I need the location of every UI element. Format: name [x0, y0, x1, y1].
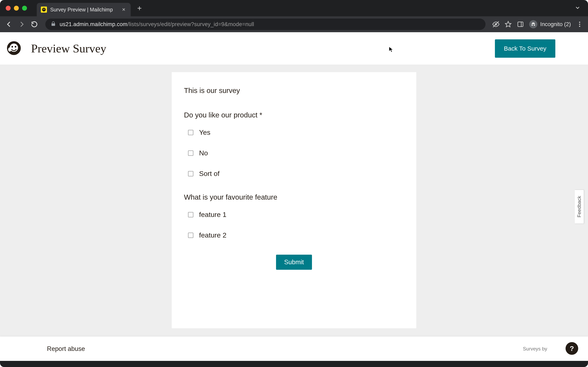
svg-marker-5 [505, 21, 511, 27]
back-button[interactable] [5, 20, 13, 28]
option-row[interactable]: No [184, 146, 404, 160]
survey-card: This is our survey Do you like our produ… [172, 72, 416, 328]
svg-point-8 [579, 22, 580, 23]
option-label: feature 2 [199, 231, 226, 239]
option-row[interactable]: feature 2 [184, 228, 404, 242]
svg-point-2 [44, 9, 45, 9]
new-tab-button[interactable]: + [137, 4, 142, 12]
incognito-icon [529, 20, 537, 28]
survey-question: What is your favourite featurefeature 1f… [184, 193, 404, 242]
svg-point-1 [43, 9, 44, 9]
app-header: Preview Survey Back To Survey [0, 32, 588, 65]
mailchimp-favicon-icon [41, 7, 47, 13]
question-text: What is your favourite feature [184, 193, 404, 201]
option-label: No [199, 149, 208, 157]
window-close-button[interactable] [6, 6, 11, 11]
window-zoom-button[interactable] [22, 6, 27, 11]
kebab-menu-icon[interactable] [576, 21, 583, 28]
option-label: feature 1 [199, 211, 226, 218]
panel-icon[interactable] [517, 21, 524, 28]
surveys-by-label: Surveys by [523, 346, 547, 352]
help-fab-button[interactable]: ? [566, 342, 578, 355]
tab-strip: Survey Preview | Mailchimp × + [0, 0, 588, 16]
question-text: Do you like our product * [184, 111, 404, 119]
svg-point-13 [11, 46, 13, 48]
svg-point-10 [579, 26, 580, 27]
toolbar-right-icons: Incognito (2) [493, 20, 583, 28]
tabs-dropdown-button[interactable] [575, 5, 581, 12]
browser-tab[interactable]: Survey Preview | Mailchimp × [37, 3, 131, 16]
url-path: /lists/surveys/edit/preview?survey_id=9&… [127, 21, 254, 27]
eye-off-icon[interactable] [493, 21, 499, 28]
url-text: us21.admin.mailchimp.com/lists/surveys/e… [60, 21, 254, 27]
page-viewport: Preview Survey Back To Survey This is ou… [0, 32, 588, 361]
forward-button[interactable] [17, 20, 26, 28]
mailchimp-logo-icon [7, 41, 21, 56]
url-host: us21.admin.mailchimp.com [60, 21, 127, 27]
main-content: This is our survey Do you like our produ… [0, 65, 588, 336]
browser-toolbar: us21.admin.mailchimp.com/lists/surveys/e… [0, 16, 588, 32]
submit-button[interactable]: Submit [276, 255, 312, 270]
window-bottom-edge [0, 361, 588, 367]
address-bar[interactable]: us21.admin.mailchimp.com/lists/surveys/e… [45, 18, 485, 30]
option-row[interactable]: Yes [184, 125, 404, 140]
option-label: Yes [199, 128, 210, 136]
window-minimize-button[interactable] [14, 6, 19, 11]
checkbox-icon[interactable] [188, 171, 193, 176]
survey-question: Do you like our product *YesNoSort of [184, 111, 404, 181]
checkbox-icon[interactable] [188, 233, 193, 238]
option-row[interactable]: Sort of [184, 166, 404, 181]
tab-title: Survey Preview | Mailchimp [50, 7, 119, 13]
incognito-indicator[interactable]: Incognito (2) [529, 20, 571, 28]
survey-title: This is our survey [184, 86, 404, 95]
lock-icon [51, 21, 56, 27]
svg-point-9 [579, 24, 580, 25]
svg-point-14 [15, 46, 16, 48]
bookmark-star-icon[interactable] [505, 21, 512, 28]
page-title: Preview Survey [31, 42, 106, 55]
feedback-tab[interactable]: Feedback [575, 190, 584, 224]
browser-chrome: Survey Preview | Mailchimp × + us21.admi… [0, 0, 588, 32]
back-to-survey-button[interactable]: Back To Survey [495, 39, 555, 58]
option-row[interactable]: feature 1 [184, 207, 404, 222]
incognito-label: Incognito (2) [540, 21, 571, 27]
report-abuse-link[interactable]: Report abuse [47, 345, 85, 352]
tab-close-button[interactable]: × [122, 7, 125, 12]
checkbox-icon[interactable] [188, 150, 193, 156]
svg-point-0 [42, 8, 46, 11]
svg-rect-6 [518, 22, 523, 27]
checkbox-icon[interactable] [188, 130, 193, 135]
option-label: Sort of [199, 170, 219, 178]
checkbox-icon[interactable] [188, 212, 193, 217]
reload-button[interactable] [30, 20, 38, 28]
svg-point-15 [8, 47, 11, 51]
window-controls [6, 6, 27, 11]
footer: Report abuse Surveys by [0, 336, 588, 361]
